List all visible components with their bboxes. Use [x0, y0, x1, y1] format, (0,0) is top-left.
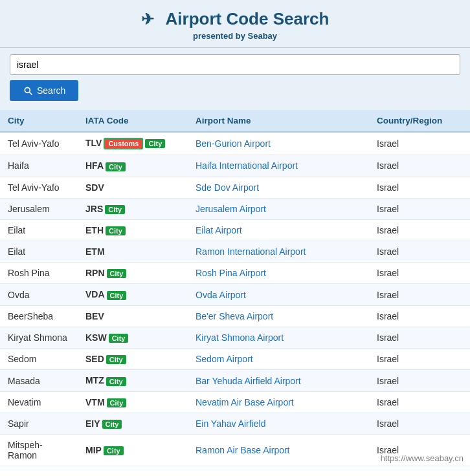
cell-airport[interactable]: Ovda Airport	[188, 284, 369, 305]
cell-airport[interactable]: Sde Dov Airport	[188, 177, 369, 198]
cell-airport[interactable]: Haifa International Airport	[188, 155, 369, 177]
table-row: EilatETMRamon International AirportIsrae…	[0, 241, 470, 263]
airport-link[interactable]: Ben-Gurion Airport	[196, 138, 271, 149]
city-badge: City	[104, 446, 124, 455]
table-header: City IATA Code Airport Name Country/Regi…	[0, 110, 470, 132]
cell-airport[interactable]: Kiryat Shmona Airport	[188, 327, 369, 348]
cell-city: Tel Aviv-Yafo	[0, 132, 78, 155]
table-row: MasadaMTZCityBar Yehuda Airfield Airport…	[0, 370, 470, 391]
airport-link[interactable]: Ovda Airport	[196, 290, 246, 300]
cell-iata: MIPCity	[78, 435, 188, 466]
cell-country: Israel	[369, 263, 470, 284]
cell-airport[interactable]: Bar Yehuda Airfield Airport	[188, 370, 369, 391]
iata-code: RPN	[85, 268, 105, 278]
brand-name: Seabay	[248, 31, 278, 41]
table-row: JerusalemJRSCityJerusalem AirportIsrael	[0, 198, 470, 219]
airport-link[interactable]: Ramon Air Base Airport	[196, 445, 290, 455]
cell-country: Israel	[369, 349, 470, 370]
cell-country: Israel	[369, 177, 470, 198]
search-icon	[23, 85, 33, 96]
airport-link[interactable]: Kiryat Shmona Airport	[196, 332, 284, 343]
cell-country: Israel	[369, 284, 470, 305]
iata-code: MTZ	[85, 375, 104, 385]
cell-iata: VTMCity	[78, 391, 188, 413]
table-row: Tel Aviv-YafoSDVSde Dov AirportIsrael	[0, 177, 470, 198]
cell-airport[interactable]: Jerusalem Airport	[188, 198, 369, 219]
plane-icon: ✈	[141, 10, 154, 28]
airport-link[interactable]: Haifa International Airport	[196, 160, 298, 171]
airport-link[interactable]: Eilat Airport	[196, 225, 242, 235]
table-row: OvdaVDACityOvda AirportIsrael	[0, 284, 470, 305]
cell-iata: ETM	[78, 241, 188, 263]
cell-airport[interactable]: Be'er Sheva Airport	[188, 305, 369, 327]
airport-link[interactable]: Be'er Sheva Airport	[196, 311, 273, 321]
iata-code: TLV	[85, 138, 102, 148]
cell-airport[interactable]: Ben-Gurion Airport	[188, 132, 369, 155]
cell-city: Eilat	[0, 241, 78, 263]
iata-code: ETM	[85, 246, 105, 257]
col-header-city: City	[0, 110, 78, 132]
cell-airport[interactable]: Rosh Pina Airport	[188, 263, 369, 284]
table-row: BeerShebaBEVBe'er Sheva AirportIsrael	[0, 305, 470, 327]
iata-code: EIY	[85, 418, 100, 429]
cell-country: Israel	[369, 241, 470, 263]
col-header-iata: IATA Code	[78, 110, 188, 132]
airport-link[interactable]: Rosh Pina Airport	[196, 268, 266, 278]
city-badge: City	[106, 162, 126, 171]
iata-code: MIP	[85, 445, 102, 455]
cell-airport[interactable]: Ramon Air Base Airport	[188, 435, 369, 466]
cell-iata: RPNCity	[78, 263, 188, 284]
iata-code: VDA	[85, 289, 105, 299]
cell-iata: SDV	[78, 177, 188, 198]
cell-iata: KSWCity	[78, 327, 188, 348]
cell-iata: EIYCity	[78, 413, 188, 434]
cell-airport[interactable]: Nevatim Air Base Airport	[188, 391, 369, 413]
table-row: EilatETHCityEilat AirportIsrael	[0, 219, 470, 241]
cell-city: Nevatim	[0, 391, 78, 413]
iata-code: ETH	[85, 225, 104, 235]
search-button[interactable]: Search	[10, 80, 78, 101]
cell-country: Israel	[369, 198, 470, 219]
cell-iata: SEDCity	[78, 349, 188, 370]
airport-link[interactable]: Jerusalem Airport	[196, 204, 266, 214]
iata-code: BEV	[85, 311, 104, 321]
airport-link[interactable]: Ein Yahav Airfield	[196, 418, 265, 429]
table-body: Tel Aviv-YafoTLVCustomsCityBen-Gurion Ai…	[0, 132, 470, 466]
cell-iata: VDACity	[78, 284, 188, 305]
city-badge: City	[145, 139, 165, 148]
cell-city: Tel Aviv-Yafo	[0, 177, 78, 198]
cell-city: Ovda	[0, 284, 78, 305]
cell-city: Haifa	[0, 155, 78, 177]
cell-country: Israel	[369, 413, 470, 434]
col-header-airport: Airport Name	[188, 110, 369, 132]
airport-link[interactable]: Nevatim Air Base Airport	[196, 397, 294, 407]
city-badge: City	[106, 355, 126, 364]
iata-code: VTM	[85, 397, 105, 407]
iata-code: HFA	[85, 160, 104, 171]
cell-iata: HFACity	[78, 155, 188, 177]
cell-country: Israel	[369, 435, 470, 466]
airport-link[interactable]: Sedom Airport	[196, 354, 253, 364]
table-row: HaifaHFACityHaifa International AirportI…	[0, 155, 470, 177]
cell-country: Israel	[369, 391, 470, 413]
airport-link[interactable]: Bar Yehuda Airfield Airport	[196, 376, 301, 386]
header: ✈ Airport Code Search presented by Seaba…	[0, 0, 470, 48]
search-input[interactable]	[10, 54, 460, 75]
cell-country: Israel	[369, 370, 470, 391]
cell-city: Mitspeh-Ramon	[0, 435, 78, 466]
cell-airport[interactable]: Eilat Airport	[188, 219, 369, 241]
cell-iata: ETHCity	[78, 219, 188, 241]
airport-link[interactable]: Sde Dov Airport	[196, 182, 259, 193]
cell-airport[interactable]: Sedom Airport	[188, 349, 369, 370]
cell-airport[interactable]: Ein Yahav Airfield	[188, 413, 369, 434]
airport-link[interactable]: Ramon International Airport	[196, 246, 306, 257]
cell-city: Kiryat Shmona	[0, 327, 78, 348]
cell-airport[interactable]: Ramon International Airport	[188, 241, 369, 263]
table-row: Kiryat ShmonaKSWCityKiryat Shmona Airpor…	[0, 327, 470, 348]
cell-iata: JRSCity	[78, 198, 188, 219]
city-badge: City	[106, 377, 126, 386]
col-header-country: Country/Region	[369, 110, 470, 132]
city-badge: City	[109, 334, 129, 343]
table-row: SapirEIYCityEin Yahav AirfieldIsrael	[0, 413, 470, 434]
cell-city: Sapir	[0, 413, 78, 434]
